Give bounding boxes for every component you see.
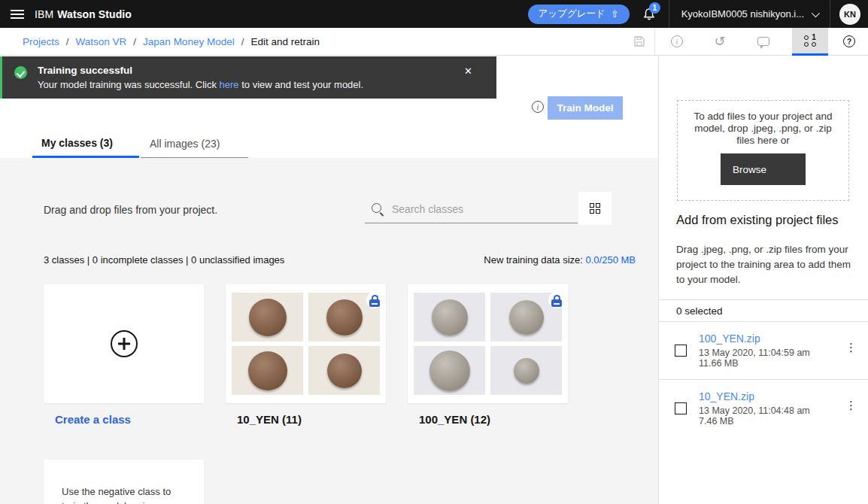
breadcrumb-projects[interactable]: Projects xyxy=(23,36,59,47)
upgrade-arrow-icon: ⇧ xyxy=(611,9,619,19)
search-icon xyxy=(371,202,384,216)
class-label-10-yen: 10_YEN (11) xyxy=(226,413,386,426)
breadcrumb: Projects / Watson VR / Japan Money Model… xyxy=(23,28,320,56)
close-icon: ✕ xyxy=(464,65,472,77)
class-card-10-yen[interactable] xyxy=(226,284,386,403)
panel-description: Drag .jpeg, .png, or .zip files from you… xyxy=(676,242,854,287)
app-title: IBMWatson Studio xyxy=(35,8,132,20)
hamburger-menu-icon[interactable] xyxy=(0,0,35,28)
browse-button[interactable]: Browse xyxy=(721,153,806,185)
file-link[interactable]: 10_YEN.zip xyxy=(699,390,754,402)
breadcrumb-separator: / xyxy=(66,36,69,47)
grid-view-button[interactable] xyxy=(578,192,612,225)
header-divider xyxy=(830,0,830,28)
model-info-button[interactable]: i xyxy=(663,28,690,55)
file-checkbox[interactable] xyxy=(675,402,687,414)
class-card-100-yen[interactable] xyxy=(408,284,568,403)
train-model-button[interactable]: Train Model xyxy=(548,96,623,120)
view-model-link[interactable]: here xyxy=(220,79,239,90)
file-link[interactable]: 100_YEN.zip xyxy=(699,332,760,345)
coin-image xyxy=(326,299,363,335)
plus-circle-icon xyxy=(111,330,138,357)
header-actions: アップグレード ⇧ 1 KyokoIBM0005 nishikyon.i... … xyxy=(528,0,868,28)
training-data-view-button[interactable]: 1 xyxy=(792,28,828,56)
tab-all-images[interactable]: All images (23) xyxy=(141,129,248,158)
coin-thumbnail xyxy=(414,293,485,342)
training-success-notification: Training successful Your model training … xyxy=(0,56,496,99)
coin-thumbnail xyxy=(232,346,303,395)
avatar[interactable]: KN xyxy=(839,4,860,25)
notification-message-text: Your model training was successful. Clic… xyxy=(38,79,220,90)
panel-heading: Add from existing project files xyxy=(676,213,839,227)
create-class-column: Create a class xyxy=(44,284,204,426)
coin-thumbnail xyxy=(414,346,485,395)
project-files-panel: To add files to your project and model, … xyxy=(658,56,868,504)
upgrade-button-label: アップグレード xyxy=(539,8,605,20)
breadcrumb-current-page: Edit and retrain xyxy=(250,36,320,47)
coin-image xyxy=(327,354,362,388)
breadcrumb-row: Projects / Watson VR / Japan Money Model… xyxy=(0,28,868,56)
training-data-size: New training data size: 0.0/250 MB xyxy=(484,254,636,266)
data-size-value: 0.0/250 MB xyxy=(586,254,636,266)
selected-count-bar: 0 selected xyxy=(659,299,868,322)
history-button[interactable]: ↺ xyxy=(706,28,733,55)
overflow-menu-icon[interactable]: ⋮ xyxy=(845,399,857,412)
lock-icon xyxy=(548,292,565,308)
class-stats: 3 classes | 0 incomplete classes | 0 unc… xyxy=(44,254,284,266)
file-dropzone[interactable]: To add files to your project and model, … xyxy=(677,100,849,201)
notification-title: Training successful xyxy=(38,65,132,76)
watson-studio-app: IBMWatson Studio アップグレード ⇧ 1 KyokoIBM000… xyxy=(0,0,868,504)
negative-class-text: Use the negative class to train the mode… xyxy=(62,484,186,504)
coin-image xyxy=(514,358,539,384)
brand-product: Watson Studio xyxy=(57,8,132,20)
breadcrumb-japan-money-model[interactable]: Japan Money Model xyxy=(143,36,235,47)
file-size: 11.66 MB xyxy=(699,358,739,369)
app-header: IBMWatson Studio アップグレード ⇧ 1 KyokoIBM000… xyxy=(0,0,868,28)
file-date: 13 May 2020, 11:04:48 am xyxy=(699,405,810,416)
search-input[interactable] xyxy=(392,203,578,215)
binary-data-icon: 1 xyxy=(804,35,817,47)
breadcrumb-watson-vr[interactable]: Watson VR xyxy=(76,36,127,47)
close-notification-button[interactable]: ✕ xyxy=(464,66,472,76)
file-row-100-yen-zip: 100_YEN.zip 13 May 2020, 11:04:59 am 11.… xyxy=(659,322,868,380)
train-info-icon[interactable]: i xyxy=(532,101,544,113)
notifications-button[interactable]: 1 xyxy=(630,0,669,28)
thumbnail-grid xyxy=(232,293,380,395)
class-cards: Create a class 10_YEN (11) xyxy=(44,284,568,426)
dropzone-text: To add files to your project and model, … xyxy=(678,111,848,147)
negative-class-card[interactable]: Use the negative class to train the mode… xyxy=(44,460,204,504)
create-class-card[interactable] xyxy=(44,284,204,403)
account-name: KyokoIBM0005 nishikyon.i... xyxy=(681,8,804,20)
create-class-label[interactable]: Create a class xyxy=(44,413,204,426)
save-icon xyxy=(633,35,645,47)
success-check-icon xyxy=(14,66,27,79)
help-icon: ? xyxy=(843,35,855,47)
help-button[interactable]: ? xyxy=(836,28,863,55)
overflow-menu-icon[interactable]: ⋮ xyxy=(845,342,857,354)
brand-ibm: IBM xyxy=(35,8,53,20)
notification-message-text: to view and test your model. xyxy=(239,79,363,90)
file-date: 13 May 2020, 11:04:59 am xyxy=(699,348,810,358)
file-size: 7.46 MB xyxy=(699,416,734,427)
history-icon: ↺ xyxy=(714,35,725,48)
breadcrumb-separator: / xyxy=(241,36,244,47)
coin-image xyxy=(248,351,287,390)
class-column-10-yen: 10_YEN (11) xyxy=(226,284,386,426)
coin-image xyxy=(429,351,470,391)
thumbnail-grid xyxy=(414,293,562,395)
data-size-label: New training data size: xyxy=(484,254,583,266)
comments-button[interactable] xyxy=(750,28,777,55)
search-classes xyxy=(365,196,578,223)
tab-my-classes[interactable]: My classes (3) xyxy=(32,129,139,158)
comment-icon xyxy=(757,37,769,46)
upgrade-button[interactable]: アップグレード ⇧ xyxy=(528,5,630,24)
save-button[interactable] xyxy=(626,28,653,55)
breadcrumb-separator: / xyxy=(133,36,136,47)
coin-thumbnail xyxy=(308,346,380,395)
file-checkbox[interactable] xyxy=(675,345,687,357)
training-area: Drag and drop files from your project. 3… xyxy=(0,158,658,504)
class-column-100-yen: 100_YEN (12) xyxy=(408,284,568,426)
lock-icon xyxy=(366,292,383,308)
toolbar-divider xyxy=(654,29,655,55)
account-menu[interactable]: KyokoIBM0005 nishikyon.i... xyxy=(669,0,830,28)
